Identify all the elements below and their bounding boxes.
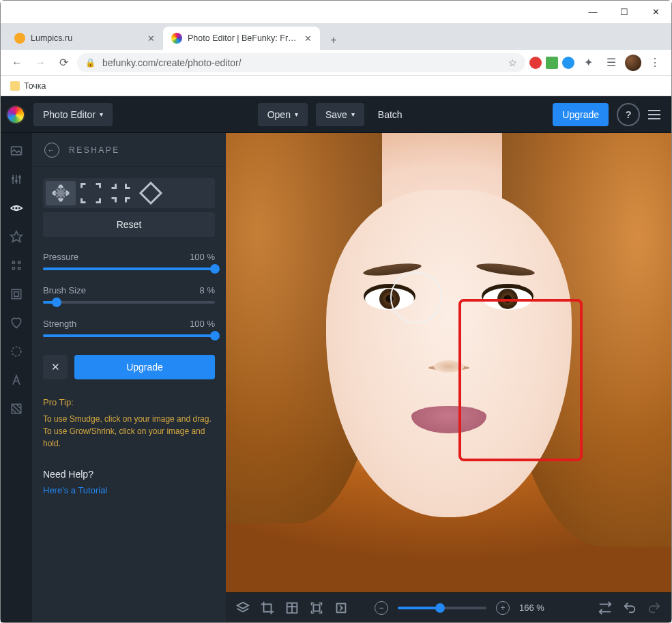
upgrade-button[interactable]: Upgrade xyxy=(74,355,215,379)
redo-icon[interactable] xyxy=(647,600,662,615)
reading-list-icon[interactable]: ☰ xyxy=(602,53,621,72)
upgrade-button[interactable]: Upgrade xyxy=(553,103,609,126)
extension-icon[interactable] xyxy=(529,57,542,69)
back-icon[interactable]: ← xyxy=(44,143,59,158)
tab-title: Lumpics.ru xyxy=(31,33,142,43)
pressure-slider[interactable] xyxy=(43,267,215,270)
compare-icon[interactable] xyxy=(598,600,613,615)
heart-icon[interactable] xyxy=(10,316,23,330)
photo-image xyxy=(226,133,671,592)
svg-point-6 xyxy=(19,176,21,178)
reload-button[interactable]: ⟳ xyxy=(54,53,73,72)
panel-body: Reset Pressure100 % Brush Size8 % Streng… xyxy=(32,167,226,622)
help-button[interactable]: ? xyxy=(617,103,640,126)
pressure-value: 100 % xyxy=(190,252,215,262)
shrink-tool-icon[interactable] xyxy=(106,181,136,205)
svg-point-9 xyxy=(12,261,14,263)
extension-icon[interactable] xyxy=(546,57,558,69)
smudge-tool-icon[interactable] xyxy=(46,181,76,205)
svg-point-15 xyxy=(12,347,20,356)
browser-tab[interactable]: Lumpics.ru ✕ xyxy=(6,27,163,50)
adjust-icon[interactable] xyxy=(10,173,23,186)
pressure-label: Pressure xyxy=(43,252,78,262)
grow-tool-icon[interactable] xyxy=(76,181,106,205)
profile-avatar[interactable] xyxy=(625,55,641,71)
browser-tab[interactable]: Photo Editor | BeFunky: Free Onl ✕ xyxy=(163,27,320,50)
frame-icon[interactable] xyxy=(10,287,23,301)
zoom-in-button[interactable]: + xyxy=(496,601,510,615)
svg-marker-8 xyxy=(11,231,23,242)
bookmarks-bar: Точка xyxy=(1,76,671,96)
side-panel: ← RESHAPE Reset Pressure100 % xyxy=(32,133,226,622)
bookmark-item[interactable]: Точка xyxy=(24,81,46,91)
forward-button[interactable]: → xyxy=(31,53,50,72)
favicon-icon xyxy=(14,33,25,44)
cancel-button[interactable]: ✕ xyxy=(43,355,68,379)
brush-slider[interactable] xyxy=(43,301,215,304)
protip-title: Pro Tip: xyxy=(43,397,215,407)
tab-strip: Lumpics.ru ✕ Photo Editor | BeFunky: Fre… xyxy=(1,24,671,50)
close-button[interactable]: ✕ xyxy=(640,1,671,24)
address-bar: ← → ⟳ 🔒 befunky.com/create/photo-editor/… xyxy=(1,50,671,76)
save-menu[interactable]: Save▾ xyxy=(316,103,364,126)
extensions-icon[interactable]: ✦ xyxy=(579,53,598,72)
selection-highlight xyxy=(458,299,583,461)
extension-icon[interactable] xyxy=(562,57,574,69)
layers-icon[interactable] xyxy=(235,600,250,615)
menu-icon[interactable] xyxy=(648,110,660,119)
url-input[interactable]: 🔒 befunky.com/create/photo-editor/ ☆ xyxy=(77,53,525,72)
svg-rect-25 xyxy=(337,603,346,612)
expand-icon[interactable] xyxy=(334,600,349,615)
lock-icon: 🔒 xyxy=(85,58,96,68)
reshape-tools xyxy=(43,178,215,208)
app-body: ← RESHAPE Reset Pressure100 % xyxy=(1,133,671,622)
tab-title: Photo Editor | BeFunky: Free Onl xyxy=(188,33,299,43)
svg-point-11 xyxy=(12,267,14,270)
star-icon[interactable] xyxy=(10,230,23,244)
strength-slider[interactable] xyxy=(43,334,215,337)
maximize-button[interactable]: ☐ xyxy=(609,1,640,24)
panel-title: RESHAPE xyxy=(69,145,120,155)
retouch-icon[interactable] xyxy=(10,201,23,215)
batch-button[interactable]: Batch xyxy=(372,109,408,120)
open-menu[interactable]: Open▾ xyxy=(258,103,308,126)
shape2-icon[interactable] xyxy=(10,345,23,358)
svg-point-5 xyxy=(16,180,18,182)
close-icon[interactable]: ✕ xyxy=(147,33,155,44)
befunky-logo-icon[interactable] xyxy=(6,105,25,124)
svg-line-17 xyxy=(12,404,20,413)
svg-rect-24 xyxy=(313,605,319,611)
svg-marker-20 xyxy=(237,602,249,608)
svg-point-12 xyxy=(18,267,20,270)
title-bar: — ☐ ✕ xyxy=(1,1,671,24)
svg-line-18 xyxy=(12,409,16,414)
zoom-slider[interactable] xyxy=(398,607,486,609)
undo-icon[interactable] xyxy=(622,600,637,615)
erase-tool-icon[interactable] xyxy=(136,181,166,205)
tutorial-link[interactable]: Here's a Tutorial xyxy=(43,485,215,495)
photo-canvas[interactable] xyxy=(226,133,671,592)
crop-icon[interactable] xyxy=(260,600,275,615)
new-tab-button[interactable]: + xyxy=(324,31,343,50)
favicon-icon xyxy=(171,33,182,44)
zoom-out-button[interactable]: − xyxy=(375,601,388,615)
grid-icon[interactable] xyxy=(284,600,300,615)
minimize-button[interactable]: — xyxy=(577,1,609,24)
photo-editor-dropdown[interactable]: Photo Editor▾ xyxy=(33,103,113,126)
image-icon[interactable] xyxy=(10,144,23,158)
panel-header: ← RESHAPE xyxy=(32,133,226,167)
protip-body: To use Smudge, click on your image and d… xyxy=(43,413,215,450)
close-icon[interactable]: ✕ xyxy=(304,33,312,44)
text-icon[interactable] xyxy=(10,373,23,387)
bookmark-star-icon[interactable]: ☆ xyxy=(508,57,517,68)
svg-rect-14 xyxy=(14,292,19,297)
back-button[interactable]: ← xyxy=(8,53,27,72)
reset-button[interactable]: Reset xyxy=(43,212,215,237)
shapes-icon[interactable] xyxy=(10,259,23,272)
texture-icon[interactable] xyxy=(10,402,23,416)
menu-button[interactable]: ⋮ xyxy=(645,53,664,72)
bottom-toolbar: − + 166 % xyxy=(226,592,671,622)
fit-icon[interactable] xyxy=(309,600,324,615)
window-frame: — ☐ ✕ Lumpics.ru ✕ Photo Editor | BeFunk… xyxy=(0,0,672,623)
zoom-value: 166 % xyxy=(519,603,544,613)
